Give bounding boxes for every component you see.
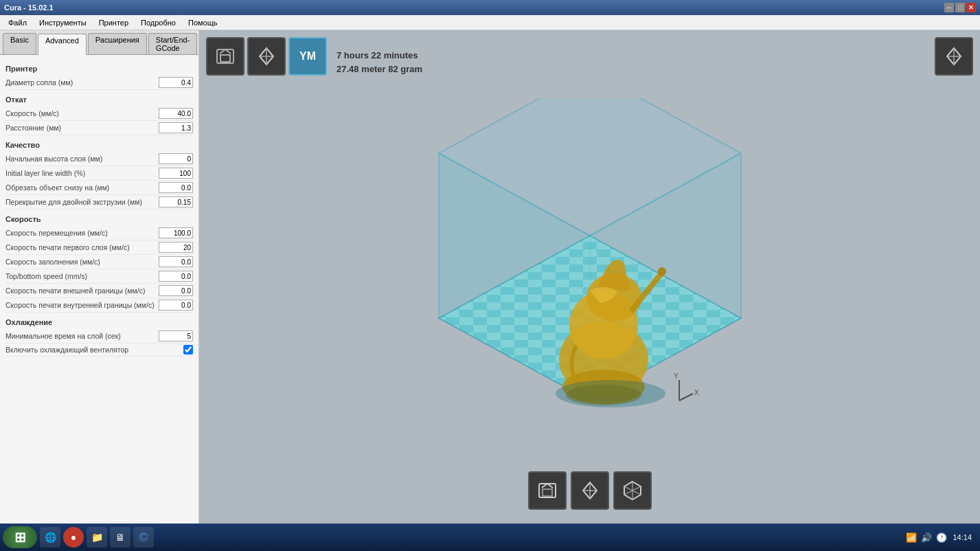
inner-wall-speed-label: Скорость печати внутренней границы (мм/с… — [5, 301, 159, 309]
nozzle-input[interactable] — [159, 77, 193, 88]
menu-printer[interactable]: Принтер — [93, 17, 134, 28]
initial-height-label: Начальная высота слоя (мм) — [5, 155, 159, 163]
svg-text:X: X — [694, 389, 699, 396]
dual-overlap-row: Перекрытие для двойной экструзии (мм) — [5, 195, 193, 210]
view-icon — [942, 44, 966, 69]
bottom-toolbar — [528, 471, 652, 510]
dual-overlap-label: Перекрытие для двойной экструзии (мм) — [5, 198, 159, 206]
fan-enable-row: Включить охлаждающий вентилятор — [5, 344, 193, 357]
start-button[interactable]: ⊞ — [3, 526, 37, 548]
menu-tools[interactable]: Инструменты — [34, 17, 92, 28]
bottom-btn-1[interactable] — [528, 471, 567, 510]
initial-height-input[interactable] — [159, 153, 193, 164]
minimize-button[interactable]: ─ — [944, 3, 954, 12]
fan-enable-label: Включить охлаждающий вентилятор — [5, 346, 183, 354]
min-layer-time-input[interactable] — [159, 330, 193, 341]
toolbar-btn-2[interactable] — [247, 37, 286, 76]
top-right-view-button[interactable] — [935, 37, 973, 76]
cut-bottom-row: Обрезать объект снизу на (мм) — [5, 181, 193, 195]
outer-wall-speed-input[interactable] — [159, 285, 193, 296]
menu-file[interactable]: Файл — [3, 17, 32, 28]
taskbar-icon-computer[interactable]: 🖥 — [110, 527, 130, 548]
travel-speed-input[interactable] — [159, 227, 193, 238]
menu-help[interactable]: Помощь — [183, 17, 223, 28]
svg-text:Y: Y — [674, 372, 679, 380]
cooling-section-header: Охлаждение — [5, 318, 193, 326]
top-bottom-speed-row: Top/bottom speed (mm/s) — [5, 269, 193, 284]
retract-dist-row: Расстояние (мм) — [5, 121, 193, 135]
taskbar-icon-blue[interactable]: © — [133, 527, 154, 548]
taskbar-icon-globe[interactable]: 🌐 — [40, 527, 60, 548]
cut-bottom-input[interactable] — [159, 182, 193, 193]
bottom-icon-3 — [621, 479, 644, 502]
dual-overlap-input[interactable] — [159, 196, 193, 207]
menu-details[interactable]: Подробно — [135, 17, 181, 28]
toolbar-btn-ym[interactable]: YM — [288, 37, 327, 76]
scene-svg: Y X — [350, 98, 830, 456]
bottom-icon-2 — [578, 479, 602, 502]
filament-info: 27.48 meter 82 gram — [337, 63, 422, 76]
top-bottom-speed-label: Top/bottom speed (mm/s) — [5, 272, 159, 280]
taskbar: ⊞ 🌐 ● 📁 🖥 © 📶 🔊 🕐 14:14 — [0, 524, 980, 551]
svg-rect-22 — [539, 484, 556, 497]
tab-advanced[interactable]: Advanced — [38, 34, 87, 55]
nozzle-row: Диаметр сопла (мм) — [5, 76, 193, 90]
svg-rect-0 — [217, 49, 233, 63]
close-button[interactable]: ✕ — [966, 3, 976, 12]
inner-wall-speed-input[interactable] — [159, 300, 193, 311]
speed-section-header: Скорость — [5, 215, 193, 223]
taskbar-icon-folder[interactable]: 📁 — [87, 527, 107, 548]
infill-speed-label: Скорость заполнения (мм/с) — [5, 258, 159, 266]
retract-section-header: Откат — [5, 95, 193, 104]
volume-icon: 🔊 — [921, 532, 932, 543]
first-layer-speed-input[interactable] — [159, 242, 193, 253]
view-toolbar: YM 7 hours 22 minutes 27.48 meter 82 gra… — [206, 37, 422, 76]
initial-height-row: Начальная высота слоя (мм) — [5, 152, 193, 166]
infill-speed-input[interactable] — [159, 256, 193, 267]
printer-section-header: Принтер — [5, 65, 193, 73]
travel-speed-label: Скорость перемещения (мм/с) — [5, 229, 159, 237]
tab-bar: Basic Advanced Расширения Start/End-GCod… — [0, 30, 198, 55]
bottom-btn-2[interactable] — [571, 471, 609, 510]
rotate-icon — [213, 44, 238, 69]
settings-panel: Принтер Диаметр сопла (мм) Откат Скорост… — [0, 55, 198, 361]
retract-speed-label: Скорость (мм/с) — [5, 109, 159, 117]
fan-enable-checkbox[interactable] — [183, 345, 193, 355]
initial-line-row: Initial layer line width (%) — [5, 166, 193, 181]
bottom-btn-3[interactable] — [613, 471, 652, 510]
retract-dist-label: Расстояние (мм) — [5, 124, 159, 132]
ym-label: YM — [299, 50, 316, 63]
tab-extensions[interactable]: Расширения — [88, 33, 147, 54]
toolbar-btn-1[interactable] — [206, 37, 244, 76]
print-time: 7 hours 22 minutes — [337, 49, 422, 63]
travel-speed-row: Скорость перемещения (мм/с) — [5, 226, 193, 240]
min-layer-time-row: Минимальное время на слой (сек) — [5, 329, 193, 344]
clock-icon: 🕐 — [936, 532, 947, 543]
app-title: Cura - 15.02.1 — [4, 3, 54, 12]
retract-dist-input[interactable] — [159, 122, 193, 133]
tab-start-end-gcode[interactable]: Start/End-GCode — [148, 33, 198, 54]
initial-line-label: Initial layer line width (%) — [5, 169, 159, 177]
quality-section-header: Качество — [5, 141, 193, 149]
taskbar-icon-red[interactable]: ● — [63, 527, 84, 548]
retract-speed-input[interactable] — [159, 108, 193, 119]
network-icon: 📶 — [906, 532, 917, 543]
taskbar-time: 14:14 — [953, 533, 972, 541]
bottom-icon-1 — [536, 479, 559, 502]
first-layer-speed-label: Скорость печати первого слоя (мм/с) — [5, 243, 159, 251]
3d-scene[interactable]: Y X — [213, 85, 966, 469]
title-bar: Cura - 15.02.1 ─ □ ✕ — [0, 0, 980, 15]
taskbar-right: 📶 🔊 🕐 14:14 — [906, 532, 977, 543]
first-layer-speed-row: Скорость печати первого слоя (мм/с) — [5, 240, 193, 255]
print-info: 7 hours 22 minutes 27.48 meter 82 gram — [337, 49, 422, 76]
maximize-button[interactable]: □ — [955, 3, 965, 12]
inner-wall-speed-row: Скорость печати внутренней границы (мм/с… — [5, 298, 193, 313]
tab-basic[interactable]: Basic — [3, 33, 36, 54]
top-bottom-speed-input[interactable] — [159, 271, 193, 282]
svg-rect-1 — [220, 55, 230, 62]
svg-point-14 — [658, 267, 666, 276]
svg-point-17 — [556, 380, 665, 407]
nozzle-label: Диаметр сопла (мм) — [5, 78, 159, 87]
scale-icon — [254, 44, 279, 69]
initial-line-input[interactable] — [159, 168, 193, 179]
